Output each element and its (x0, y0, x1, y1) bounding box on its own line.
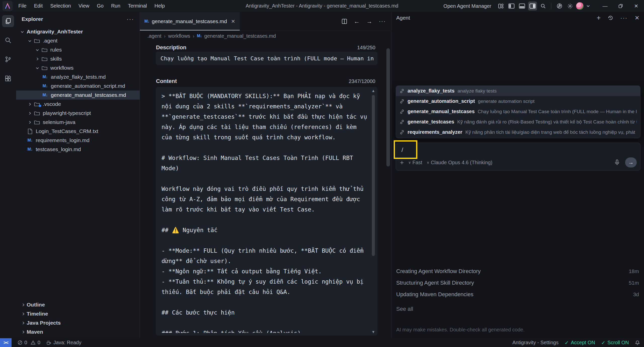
suggestion-name: analyze_flaky_tests (408, 88, 455, 94)
tree-item-label: selenium-java (43, 119, 75, 125)
scroll-up-icon[interactable]: ▲ (371, 89, 376, 93)
suggestion-description: generate automation script (478, 99, 535, 104)
task-row[interactable]: Creating Agent Workflow Directory18m (396, 266, 639, 277)
task-row[interactable]: Updating Maven Dependencies3d (396, 289, 639, 300)
suggestion-generate_testcases[interactable]: generate_testcasesKỹ năng đánh giá rủi r… (396, 117, 640, 127)
send-button[interactable]: → (625, 157, 637, 167)
open-agent-manager-button[interactable]: Open Agent Manager (444, 3, 491, 9)
editor-scrollbar[interactable] (386, 42, 390, 338)
menu-go[interactable]: Go (93, 0, 107, 12)
navigate-back-icon[interactable]: ← (354, 18, 360, 25)
content-scrollbar[interactable]: ▲ ▼ (371, 89, 376, 334)
editor-more-icon[interactable]: ··· (379, 18, 386, 25)
toggle-bottom-panel-icon[interactable] (517, 2, 527, 11)
tree-item-skills[interactable]: skills (16, 54, 140, 63)
tab-generate-manual-testcases[interactable]: M↓ generate_manual_testcases.md ✕ (140, 12, 240, 30)
history-icon[interactable] (608, 15, 613, 21)
problems-indicator[interactable]: 0 0 (15, 338, 43, 347)
chevron-down-icon[interactable] (585, 2, 591, 11)
agent-more-icon[interactable]: ··· (620, 15, 628, 21)
tab-close-icon[interactable]: ✕ (231, 18, 235, 24)
menu-run[interactable]: Run (107, 0, 124, 12)
restore-button[interactable] (613, 0, 628, 12)
file-icon (26, 128, 34, 134)
tree-item-testcases-login-md[interactable]: M↓testcases_login.md (16, 145, 140, 154)
toggle-right-sidebar-icon[interactable] (528, 2, 537, 11)
model-dropdown[interactable]: ∨Claude Opus 4.6 (Thinking) (427, 160, 492, 165)
agent-input-box[interactable]: / + ∨Fast ∨Claude Opus 4.6 (Thinking) → (396, 143, 640, 171)
folder-icon (33, 102, 41, 107)
remote-indicator[interactable]: >< (0, 338, 12, 347)
ai-disclaimer: AI may make mistakes. Double-check all g… (396, 327, 525, 333)
tree-item-requirements-login-md[interactable]: M↓requirements_login.md (16, 136, 140, 145)
menu-view[interactable]: View (75, 0, 93, 12)
explorer-more-icon[interactable]: ··· (127, 16, 134, 23)
scroll-down-icon[interactable]: ▼ (371, 330, 376, 334)
sidebar-section-java-projects[interactable]: Java Projects (16, 318, 140, 327)
see-all-link[interactable]: See all (396, 306, 413, 312)
sidebar-section-maven[interactable]: Maven (16, 327, 140, 336)
new-conversation-icon[interactable]: + (597, 14, 601, 22)
breadcrumb-item[interactable]: .agent (147, 33, 162, 39)
chevron-right-icon (34, 57, 41, 61)
suggestion-generate_automation_script[interactable]: generate_automation_scriptgenerate autom… (396, 96, 640, 106)
microphone-icon[interactable] (615, 159, 620, 165)
tree-item--agent[interactable]: .agent (16, 36, 140, 45)
menu-help[interactable]: Help (151, 0, 169, 12)
attach-icon[interactable]: + (400, 159, 404, 166)
tree-item-label: .agent (43, 38, 57, 44)
editor-pane: M↓ generate_manual_testcases.md ✕ ← → ··… (140, 12, 391, 338)
extensions-icon[interactable] (2, 72, 14, 84)
description-input[interactable]: Chạy luồng tạo Manual Test Case toàn trì… (156, 52, 377, 65)
mode-dropdown[interactable]: ∨Fast (408, 160, 422, 165)
task-row[interactable]: Structuring Agent Skill Directory51m (396, 277, 639, 289)
section-label: Maven (27, 329, 43, 335)
sidebar-sections: OutlineTimelineJava ProjectsMaven (16, 300, 140, 336)
menu-file[interactable]: File (15, 0, 30, 12)
minimize-button[interactable]: — (597, 0, 613, 12)
tree-item-generate-automation-script-md[interactable]: M↓generate_automation_script.md (16, 81, 140, 91)
search-icon[interactable] (539, 2, 548, 11)
customize-layout-icon[interactable] (496, 2, 505, 11)
settings-gear-icon[interactable] (566, 2, 575, 11)
chevron-down-icon (26, 39, 33, 43)
browser-icon[interactable] (555, 2, 564, 11)
explorer-icon[interactable] (2, 15, 14, 27)
tree-item-playwright-typescript[interactable]: playwright-typescript (16, 109, 140, 118)
menu-selection[interactable]: Selection (47, 0, 75, 12)
sidebar-section-timeline[interactable]: Timeline (16, 309, 140, 318)
split-editor-icon[interactable] (342, 19, 347, 24)
suggestion-analyze_flaky_tests[interactable]: analyze_flaky_testsanalyze flaky tests (396, 86, 640, 96)
suggestion-generate_manual_testcases[interactable]: generate_manual_testcasesChạy luồng tạo … (396, 106, 640, 117)
scrollbar-thumb[interactable] (372, 95, 375, 256)
breadcrumb-item[interactable]: generate_manual_testcases.md (204, 33, 276, 39)
search-sidebar-icon[interactable] (2, 34, 14, 46)
close-window-button[interactable]: ✕ (628, 0, 644, 12)
notifications-bell-icon[interactable] (632, 338, 644, 347)
tree-item-analyze-flaky-tests-md[interactable]: M↓analyze_flaky_tests.md (16, 72, 140, 81)
agent-close-icon[interactable]: ✕ (635, 15, 639, 21)
sidebar-section-outline[interactable]: Outline (16, 300, 140, 309)
tree-item-generate-manual-testcases-md[interactable]: M↓generate_manual_testcases.md (16, 91, 140, 100)
content-textarea[interactable]: > **BẮT BUỘC (MANDATORY SKILLS):** Bạn P… (156, 87, 377, 335)
navigate-forward-icon[interactable]: → (366, 18, 372, 25)
toggle-left-sidebar-icon[interactable] (507, 2, 516, 11)
menu-edit[interactable]: Edit (30, 0, 46, 12)
menu-terminal[interactable]: Terminal (124, 0, 151, 12)
scroll-toggle[interactable]: ✓ Scroll ON (598, 338, 632, 347)
tree-item--vscode[interactable]: .vscode (16, 100, 140, 109)
chevron-down-icon (19, 30, 26, 34)
java-status[interactable]: Java: Ready (43, 338, 84, 347)
accept-toggle[interactable]: ✓ Accept ON (561, 338, 598, 347)
tree-item-antigravity-anhtester[interactable]: Antigravity_AnhTester (16, 27, 140, 36)
source-control-icon[interactable] (2, 53, 14, 65)
user-avatar[interactable] (576, 2, 584, 10)
breadcrumb-item[interactable]: workflows (168, 33, 190, 39)
task-time: 51m (629, 280, 639, 286)
tree-item-workflows[interactable]: workflows (16, 63, 140, 72)
antigravity-settings[interactable]: Antigravity - Settings (509, 338, 561, 347)
tree-item-rules[interactable]: rules (16, 45, 140, 54)
tree-item-login-testcases-crm-txt[interactable]: Login_TestCases_CRM.txt (16, 127, 140, 136)
suggestion-requirements_analyzer[interactable]: requirements_analyzerKỹ năng phân tích t… (396, 127, 640, 137)
tree-item-selenium-java[interactable]: selenium-java (16, 118, 140, 127)
